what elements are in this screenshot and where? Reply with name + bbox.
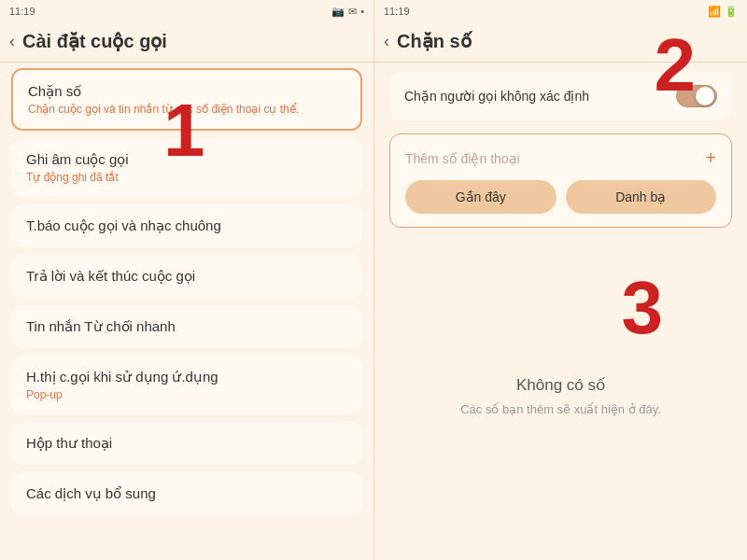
- phone-button-row: Gần đây Danh bạ: [405, 180, 716, 214]
- empty-state: Không có số Các số bạn thêm sẽ xuất hiện…: [389, 241, 732, 551]
- right-content: Chặn người gọi không xác định Thêm số đi…: [374, 63, 747, 560]
- empty-title: Không có số: [516, 375, 605, 395]
- contacts-button[interactable]: Danh bạ: [566, 180, 717, 214]
- left-top-bar: ‹ Cài đặt cuộc gọi: [0, 22, 374, 62]
- right-back-button[interactable]: ‹: [384, 32, 389, 51]
- menu-item-hthi-subtitle: Pop-up: [26, 388, 347, 401]
- add-phone-button[interactable]: +: [705, 147, 716, 169]
- annotation-label-1: 1: [163, 93, 205, 168]
- right-time: 11:19: [384, 6, 410, 17]
- right-status-bar: 11:19 📶 🔋: [374, 0, 747, 22]
- menu-item-tra-loi-title: Trả lời và kết thúc cuộc gọi: [26, 268, 347, 285]
- phone-input-row: Thêm số điện thoại +: [405, 147, 716, 169]
- right-status-icons: 📶 🔋: [708, 6, 738, 18]
- left-status-bar: 11:19 📷 ✉ •: [0, 0, 374, 22]
- menu-item-hop-thu-title: Hộp thư thoại: [26, 435, 347, 452]
- menu-item-tbao-title: T.báo cuộc gọi và nhạc chuông: [26, 217, 347, 234]
- right-screen-title: Chặn số: [397, 30, 472, 52]
- menu-item-tbao[interactable]: T.báo cuộc gọi và nhạc chuông: [11, 204, 362, 247]
- menu-item-tin-nhan[interactable]: Tin nhắn Từ chối nhanh: [11, 305, 362, 348]
- menu-item-hthi[interactable]: H.thị c.gọi khi sử dụng ứ.dụng Pop-up: [11, 356, 362, 414]
- left-back-button[interactable]: ‹: [9, 32, 15, 51]
- left-time: 11:19: [9, 6, 35, 17]
- phone-input-box: Thêm số điện thoại + Gần đây Danh bạ: [389, 133, 732, 228]
- empty-description: Các số bạn thêm sẽ xuất hiện ở đây.: [460, 402, 661, 416]
- menu-item-tra-loi[interactable]: Trả lời và kết thúc cuộc gọi: [11, 255, 362, 298]
- left-status-icons: 📷 ✉ •: [331, 6, 364, 18]
- menu-item-ghi-am-subtitle: Tự động ghi đã tắt: [26, 171, 347, 184]
- annotation-label-2: 2: [655, 28, 697, 103]
- menu-item-hthi-title: H.thị c.gọi khi sử dụng ứ.dụng: [26, 369, 347, 385]
- phone-placeholder-text: Thêm số điện thoại: [405, 151, 520, 166]
- toggle-label: Chặn người gọi không xác định: [404, 89, 676, 104]
- menu-item-tin-nhan-title: Tin nhắn Từ chối nhanh: [26, 318, 347, 335]
- menu-item-hop-thu[interactable]: Hộp thư thoại: [11, 422, 362, 465]
- menu-item-cac-dich-vu[interactable]: Các dịch vụ bổ sung: [11, 472, 362, 515]
- left-screen-title: Cài đặt cuộc gọi: [22, 30, 167, 52]
- menu-item-cac-dich-vu-title: Các dịch vụ bổ sung: [26, 485, 347, 502]
- toggle-knob: [696, 87, 714, 105]
- annotation-label-3: 3: [622, 271, 664, 345]
- recent-button[interactable]: Gần đây: [405, 180, 557, 214]
